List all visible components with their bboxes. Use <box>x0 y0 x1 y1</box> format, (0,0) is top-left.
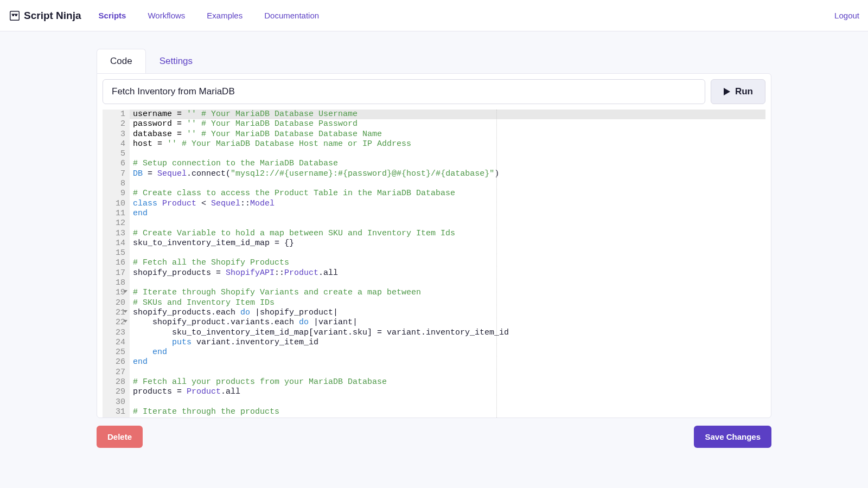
tab-settings[interactable]: Settings <box>146 49 206 73</box>
nav-scripts[interactable]: Scripts <box>99 11 126 20</box>
nav-examples[interactable]: Examples <box>207 11 242 20</box>
save-changes-button[interactable]: Save Changes <box>694 426 771 448</box>
play-icon <box>723 88 731 95</box>
svg-point-1 <box>12 14 14 15</box>
nav-documentation[interactable]: Documentation <box>264 11 319 20</box>
editor-panel: Run 123456789101112131415161718192021222… <box>97 73 771 418</box>
run-button-label: Run <box>735 86 753 97</box>
nav-workflows[interactable]: Workflows <box>148 11 185 20</box>
ninja-icon <box>9 10 21 22</box>
tab-code[interactable]: Code <box>97 49 146 73</box>
run-button[interactable]: Run <box>711 79 765 104</box>
top-nav: Script Ninja Scripts Workflows Examples … <box>0 0 868 31</box>
brand-logo[interactable]: Script Ninja <box>9 10 81 22</box>
title-row: Run <box>103 79 765 104</box>
tabs: Code Settings <box>97 49 771 73</box>
nav-logout[interactable]: Logout <box>834 11 859 20</box>
action-row: Delete Save Changes <box>97 418 771 455</box>
script-title-input[interactable] <box>103 79 705 104</box>
code-editor[interactable]: 1234567891011121314151617181920212223242… <box>103 110 765 418</box>
delete-button[interactable]: Delete <box>97 426 143 448</box>
svg-rect-0 <box>10 11 20 20</box>
main-container: Code Settings Run 1234567891011121314151… <box>92 49 776 455</box>
nav-links: Scripts Workflows Examples Documentation <box>99 11 835 20</box>
code-area[interactable]: username = '' # Your MariaDB Database Us… <box>130 110 765 418</box>
gutter: 1234567891011121314151617181920212223242… <box>103 110 130 418</box>
svg-point-2 <box>16 14 17 15</box>
brand-text: Script Ninja <box>24 10 81 22</box>
